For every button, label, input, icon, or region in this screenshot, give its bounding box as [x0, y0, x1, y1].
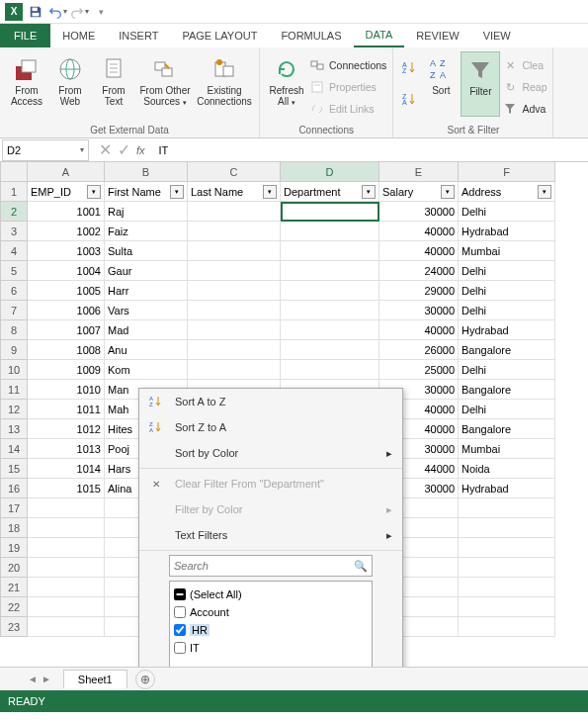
cell[interactable] [188, 222, 281, 241]
cell[interactable] [459, 617, 555, 637]
cell[interactable] [459, 578, 555, 597]
filter-option-it[interactable]: IT [174, 639, 368, 657]
sort-za-button[interactable]: ZA [399, 83, 421, 115]
advanced-filter-button[interactable]: Adva [502, 99, 546, 119]
cell[interactable]: Hydrabad [459, 479, 555, 498]
tab-data[interactable]: DATA [354, 24, 405, 47]
row-header[interactable]: 6 [0, 281, 28, 301]
col-header-d[interactable]: D [281, 162, 379, 182]
filter-search-input[interactable] [174, 560, 354, 572]
cell[interactable]: Delhi [459, 360, 555, 380]
cell[interactable]: 1008 [28, 340, 105, 360]
cell[interactable]: Delhi [459, 400, 555, 419]
row-header[interactable]: 23 [0, 617, 28, 637]
sheet-tab-sheet1[interactable]: Sheet1 [63, 670, 127, 688]
redo-button[interactable]: ▾ [69, 2, 89, 22]
cell[interactable]: Gaur [105, 261, 188, 281]
sort-az-button[interactable]: AZ [399, 51, 421, 83]
cell[interactable]: 1012 [28, 419, 105, 439]
row-header[interactable]: 12 [0, 400, 28, 419]
cell[interactable] [281, 360, 379, 380]
cell[interactable] [459, 597, 555, 617]
row-header[interactable]: 1 [0, 182, 28, 202]
refresh-all-button[interactable]: Refresh All ▾ [266, 51, 307, 117]
col-header-c[interactable]: C [188, 162, 281, 182]
cell[interactable] [459, 558, 555, 578]
filter-button[interactable]: Filter [461, 51, 500, 117]
cell[interactable] [188, 202, 281, 222]
cell[interactable] [28, 498, 105, 518]
connections-button[interactable]: Connections [309, 55, 386, 75]
sort-a-to-z[interactable]: AZ Sort A to Z [139, 389, 402, 414]
cell[interactable]: 1004 [28, 261, 105, 281]
cell[interactable] [28, 617, 105, 637]
cell[interactable]: 1009 [28, 360, 105, 380]
row-header[interactable]: 21 [0, 578, 28, 597]
cell[interactable]: Bangalore [459, 380, 555, 400]
cell[interactable]: 40000 [379, 320, 459, 340]
checkbox-it[interactable] [174, 642, 186, 654]
checkbox-account[interactable] [174, 606, 186, 618]
row-header[interactable]: 10 [0, 360, 28, 380]
cell[interactable]: 1003 [28, 241, 105, 261]
cell[interactable]: 1010 [28, 380, 105, 400]
cell[interactable] [28, 558, 105, 578]
cell[interactable] [281, 241, 379, 261]
customize-qat-icon[interactable]: ▾ [91, 2, 111, 22]
cell[interactable]: 1015 [28, 479, 105, 498]
cell[interactable]: 1005 [28, 281, 105, 301]
row-header[interactable]: 20 [0, 558, 28, 578]
worksheet-grid[interactable]: A B C D E F 1EMP_ID▾First Name▾Last Name… [0, 162, 588, 667]
cell[interactable] [188, 340, 281, 360]
col-header-a[interactable]: A [28, 162, 105, 182]
name-box[interactable]: D2▾ [2, 139, 89, 161]
cell[interactable] [281, 281, 379, 301]
tab-page-layout[interactable]: PAGE LAYOUT [170, 24, 269, 47]
row-header[interactable]: 13 [0, 419, 28, 439]
filter-option-account[interactable]: Account [174, 603, 368, 621]
cell[interactable] [188, 301, 281, 320]
from-other-sources-button[interactable]: From Other Sources ▾ [136, 51, 194, 117]
cell[interactable]: 30000 [379, 301, 459, 320]
row-header[interactable]: 16 [0, 479, 28, 498]
cell[interactable]: Hydrabad [459, 320, 555, 340]
row-header[interactable]: 14 [0, 439, 28, 459]
cell[interactable]: Mumbai [459, 439, 555, 459]
cell[interactable] [459, 498, 555, 518]
filter-option-select-all[interactable]: (Select All) [174, 586, 368, 603]
cell[interactable] [28, 597, 105, 617]
row-header[interactable]: 4 [0, 241, 28, 261]
cell[interactable]: 1001 [28, 202, 105, 222]
undo-button[interactable]: ▾ [47, 2, 67, 22]
row-header[interactable]: 2 [0, 202, 28, 222]
cell[interactable] [28, 578, 105, 597]
column-header-cell[interactable]: Last Name▾ [188, 182, 281, 202]
cell[interactable]: 1011 [28, 400, 105, 419]
formula-input[interactable]: IT [153, 144, 588, 156]
row-header[interactable]: 15 [0, 459, 28, 479]
filter-values-list[interactable]: (Select All) Account HR IT [169, 581, 373, 667]
checkbox-select-all[interactable] [174, 588, 186, 600]
row-header[interactable]: 9 [0, 340, 28, 360]
cell[interactable]: 30000 [379, 202, 459, 222]
filter-search-box[interactable]: 🔍 [169, 555, 373, 577]
cell[interactable]: 1007 [28, 320, 105, 340]
row-header[interactable]: 11 [0, 380, 28, 400]
filter-dropdown-icon[interactable]: ▾ [87, 185, 101, 199]
column-header-cell[interactable]: EMP_ID▾ [28, 182, 105, 202]
cell[interactable]: Anu [105, 340, 188, 360]
cell[interactable] [188, 320, 281, 340]
cell[interactable]: 25000 [379, 360, 459, 380]
fx-icon[interactable]: fx [136, 144, 145, 156]
cell[interactable] [188, 261, 281, 281]
tab-formulas[interactable]: FORMULAS [269, 24, 353, 47]
sheet-nav-prev-icon[interactable]: ◄ [28, 674, 38, 684]
from-text-button[interactable]: From Text [93, 51, 134, 117]
save-icon[interactable] [26, 2, 45, 22]
cell[interactable] [281, 301, 379, 320]
cell[interactable]: 1002 [28, 222, 105, 241]
row-header[interactable]: 3 [0, 222, 28, 241]
name-box-dropdown-icon[interactable]: ▾ [80, 145, 84, 154]
cell[interactable] [281, 320, 379, 340]
cell[interactable] [281, 261, 379, 281]
